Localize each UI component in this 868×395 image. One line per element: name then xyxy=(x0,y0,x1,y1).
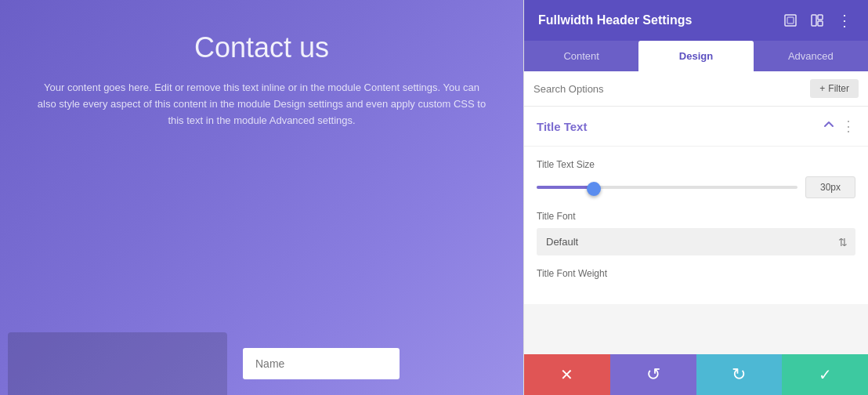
layout-icon-button[interactable] xyxy=(808,12,826,29)
preview-image xyxy=(8,332,227,395)
save-button[interactable]: ✓ xyxy=(782,354,868,395)
settings-body: Title Text ⋮ Title Text Size xyxy=(524,107,868,354)
title-text-size-label: Title Text Size xyxy=(537,159,855,170)
preview-body: Your content goes here. Edit or remove t… xyxy=(34,80,489,129)
action-bar: ✕ ↺ ↻ ✓ xyxy=(524,354,868,395)
preview-panel: Contact us Your content goes here. Edit … xyxy=(0,0,523,395)
tab-design[interactable]: Design xyxy=(638,41,753,71)
slider-fill xyxy=(537,186,594,189)
filter-button[interactable]: + Filter xyxy=(810,79,859,98)
cancel-button[interactable]: ✕ xyxy=(524,354,610,395)
redo-icon: ↻ xyxy=(732,364,746,385)
title-font-select[interactable]: Default Arial Georgia Helvetica Times Ne… xyxy=(537,228,855,255)
slider-thumb[interactable] xyxy=(587,182,601,196)
tab-content[interactable]: Content xyxy=(524,41,638,71)
settings-panel-title: Fullwidth Header Settings xyxy=(538,13,692,27)
title-font-label: Title Font xyxy=(537,211,855,222)
settings-header: Fullwidth Header Settings ⋮ xyxy=(524,0,868,41)
slider-row: 30px xyxy=(537,176,855,198)
section-actions: ⋮ xyxy=(823,118,855,135)
section-collapse-button[interactable] xyxy=(823,118,835,135)
preview-content: Contact us Your content goes here. Edit … xyxy=(0,0,523,144)
filter-icon: + xyxy=(819,83,825,94)
search-input[interactable] xyxy=(533,83,810,95)
settings-panel: Fullwidth Header Settings ⋮ Content xyxy=(523,0,868,395)
expand-icon xyxy=(783,13,797,27)
save-icon: ✓ xyxy=(819,365,832,384)
preview-name-input[interactable] xyxy=(243,348,400,379)
chevron-up-icon xyxy=(823,118,835,131)
section-more-icon: ⋮ xyxy=(841,118,855,134)
slider-container[interactable] xyxy=(537,179,797,195)
section-more-button[interactable]: ⋮ xyxy=(841,118,855,135)
layout-icon xyxy=(810,13,824,27)
header-icons: ⋮ xyxy=(782,11,854,30)
more-icon: ⋮ xyxy=(837,13,852,28)
settings-tabs: Content Design Advanced xyxy=(524,41,868,71)
preview-bottom xyxy=(0,332,523,395)
title-font-select-wrapper: Default Arial Georgia Helvetica Times Ne… xyxy=(537,228,855,255)
title-text-size-field: Title Text Size 30px xyxy=(537,159,855,198)
section-title: Title Text xyxy=(537,120,587,133)
cancel-icon: ✕ xyxy=(560,365,573,384)
filter-label: Filter xyxy=(828,83,849,94)
section-header: Title Text ⋮ xyxy=(524,107,868,147)
settings-fields: Title Text Size 30px Title Font xyxy=(524,147,868,304)
svg-rect-0 xyxy=(785,15,796,26)
reset-button[interactable]: ↺ xyxy=(610,354,696,395)
slider-value[interactable]: 30px xyxy=(805,176,855,198)
expand-icon-button[interactable] xyxy=(782,12,799,29)
search-bar: + Filter xyxy=(524,71,868,107)
more-options-button[interactable]: ⋮ xyxy=(835,11,854,30)
svg-rect-3 xyxy=(818,15,823,20)
title-font-field: Title Font Default Arial Georgia Helveti… xyxy=(537,211,855,255)
preview-form xyxy=(227,332,523,395)
tab-advanced[interactable]: Advanced xyxy=(754,41,868,71)
reset-icon: ↺ xyxy=(646,364,660,385)
redo-button[interactable]: ↻ xyxy=(696,354,783,395)
preview-title: Contact us xyxy=(194,31,329,64)
title-text-section: Title Text ⋮ Title Text Size xyxy=(524,107,868,304)
title-font-weight-label: Title Font Weight xyxy=(537,268,855,279)
slider-track xyxy=(537,186,797,189)
title-font-weight-field: Title Font Weight xyxy=(537,268,855,279)
svg-rect-2 xyxy=(812,15,816,26)
svg-rect-1 xyxy=(787,17,794,24)
svg-rect-4 xyxy=(818,21,823,26)
